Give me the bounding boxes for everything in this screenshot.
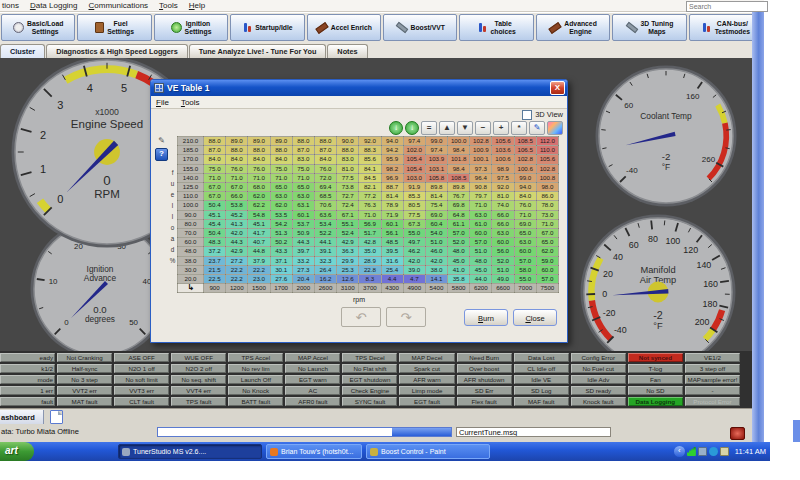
ve-cell[interactable]: 14.1	[425, 275, 447, 284]
ve-cell[interactable]: 45.0	[470, 265, 492, 274]
ve-cell[interactable]: 81.0	[492, 192, 514, 201]
ve-cell[interactable]: 44.1	[314, 238, 336, 247]
taskbar-task-tunerstudio-ms-v2-6[interactable]: TunerStudio MS v2.6....	[118, 444, 262, 459]
taskbar-task-brian-touw-s-hotsh0t[interactable]: Brian Touw's (hotsh0t...	[266, 444, 362, 459]
ve-cell[interactable]: 53.7	[292, 219, 314, 228]
ve-cell[interactable]: 45.4	[204, 219, 226, 228]
ve-cell[interactable]: 102.0	[403, 146, 425, 155]
ve-cell[interactable]: 63.6	[314, 210, 336, 219]
ve-cell[interactable]: 60.0	[536, 265, 558, 274]
toolbar-button-ignition-settings[interactable]: Ignition Settings	[154, 14, 228, 41]
ve-cell[interactable]: 77.2	[359, 192, 381, 201]
ve-cell[interactable]: 98.0	[536, 183, 558, 192]
ve-cell[interactable]: 61.0	[470, 219, 492, 228]
network-icon[interactable]	[698, 447, 707, 456]
ve-cell[interactable]: 39.0	[403, 265, 425, 274]
ve-cell[interactable]: 27.2	[226, 256, 248, 265]
ve-cell[interactable]: 27.3	[292, 265, 314, 274]
toolbar-button-fuel-settings[interactable]: Fuel Settings	[77, 14, 151, 41]
ve-cell[interactable]: 76.3	[359, 201, 381, 210]
ve-cell[interactable]: 90.8	[470, 183, 492, 192]
ve-cell[interactable]: 88.0	[204, 137, 226, 146]
ve-cell[interactable]: 4.4	[381, 275, 403, 284]
tab-tune-analyze-live-tune-for-you[interactable]: Tune Analyze Live! - Tune For You	[189, 44, 327, 58]
device-icon[interactable]	[720, 447, 729, 456]
new-dashboard-page-icon[interactable]	[50, 410, 63, 424]
ve-cell[interactable]: 12.6	[337, 275, 359, 284]
ve-cell[interactable]: 52.0	[448, 238, 470, 247]
tab-dashboard[interactable]: ashboard	[0, 410, 44, 424]
ve-cell[interactable]: 64.8	[448, 210, 470, 219]
ve-cell[interactable]: 103.9	[425, 155, 447, 164]
ve-cell[interactable]: 72.4	[337, 201, 359, 210]
ve-cell[interactable]: 87.0	[314, 146, 336, 155]
ve-cell[interactable]: 99.0	[514, 173, 536, 182]
ve-cell[interactable]: 105.6	[536, 155, 558, 164]
ve-cell[interactable]: 67.0	[536, 229, 558, 238]
ve-cell[interactable]: 45.0	[448, 256, 470, 265]
ve-cell[interactable]: 69.0	[514, 219, 536, 228]
green-arrow-icon-1[interactable]: ↓	[389, 121, 403, 135]
ve-cell[interactable]: 71.0	[270, 173, 292, 182]
ve-cell[interactable]: 48.5	[381, 238, 403, 247]
ve-cell[interactable]: 53.8	[226, 201, 248, 210]
ve-cell[interactable]: 94.0	[381, 137, 403, 146]
ve-cell[interactable]: 69.0	[425, 210, 447, 219]
set-equal-icon[interactable]: =	[421, 121, 437, 135]
ve-cell[interactable]: 87.0	[292, 146, 314, 155]
toolbar-button-advanced-engine[interactable]: Advanced Engine	[536, 14, 610, 41]
ve-cell[interactable]: 67.0	[226, 183, 248, 192]
decrease-icon[interactable]: ▼	[457, 121, 473, 135]
ve-cell[interactable]: 97.4	[425, 146, 447, 155]
ve-cell[interactable]: 41.3	[226, 219, 248, 228]
ve-cell[interactable]: 62.2	[248, 201, 270, 210]
ve-cell[interactable]: 84.0	[248, 155, 270, 164]
ve-cell[interactable]: 84.0	[314, 155, 336, 164]
ve-cell[interactable]: 52.2	[314, 229, 336, 238]
ve-cell[interactable]: 97.3	[470, 164, 492, 173]
burn-button[interactable]: Burn	[464, 309, 508, 326]
ve-cell[interactable]: 42.9	[226, 247, 248, 256]
ve-cell[interactable]: 81.4	[381, 192, 403, 201]
ve-cell[interactable]: 39.1	[314, 247, 336, 256]
swap-axes-icon[interactable]: ↳	[178, 284, 204, 293]
ve-cell[interactable]: 100.6	[492, 155, 514, 164]
ve-cell[interactable]: 42.0	[226, 229, 248, 238]
ve-cell[interactable]: 94.0	[514, 183, 536, 192]
ve-cell[interactable]: 91.9	[403, 183, 425, 192]
ve-cell[interactable]: 76.0	[226, 164, 248, 173]
ve-cell[interactable]: 89.8	[425, 183, 447, 192]
ve-cell[interactable]: 76.0	[248, 164, 270, 173]
increase-icon[interactable]: ▲	[439, 121, 455, 135]
ve-cell[interactable]: 16.2	[314, 275, 336, 284]
ve-cell[interactable]: 77.5	[403, 210, 425, 219]
ve-cell[interactable]: 28.9	[359, 256, 381, 265]
ve-cell[interactable]: 71.0	[292, 173, 314, 182]
ve-cell[interactable]: 22.5	[204, 275, 226, 284]
ve-cell[interactable]: 100.9	[470, 146, 492, 155]
ve-cell[interactable]: 108.5	[448, 173, 470, 182]
ve-cell[interactable]: 88.7	[381, 183, 403, 192]
3d-view-checkbox[interactable]	[522, 110, 532, 120]
ve-cell[interactable]: 96.4	[470, 173, 492, 182]
ve-cell[interactable]: 103.0	[403, 173, 425, 182]
ve-cell[interactable]: 49.7	[403, 238, 425, 247]
ve-cell[interactable]: 41.7	[248, 229, 270, 238]
ve-cell[interactable]: 48.0	[448, 247, 470, 256]
ve-cell[interactable]: 40.7	[248, 238, 270, 247]
dialog-menu-tools[interactable]: Tools	[181, 98, 200, 107]
ve-cell[interactable]: 46.0	[425, 247, 447, 256]
ve-cell[interactable]: 105.4	[403, 164, 425, 173]
ve-cell[interactable]: 102.8	[536, 164, 558, 173]
ve-cell[interactable]: 88.0	[292, 137, 314, 146]
signal-strength-icon[interactable]	[687, 447, 696, 456]
ve-cell[interactable]: 42.9	[337, 238, 359, 247]
ve-cell[interactable]: 60.0	[514, 247, 536, 256]
ve-cell[interactable]: 55.0	[514, 275, 536, 284]
ve-cell[interactable]: 25.3	[337, 265, 359, 274]
ve-cell[interactable]: 44.3	[292, 238, 314, 247]
ve-cell[interactable]: 62.0	[248, 192, 270, 201]
taskbar-task-boost-control-paint[interactable]: Boost Control - Paint	[366, 444, 490, 459]
ve-cell[interactable]: 38.0	[425, 265, 447, 274]
ve-cell[interactable]: 51.3	[270, 229, 292, 238]
